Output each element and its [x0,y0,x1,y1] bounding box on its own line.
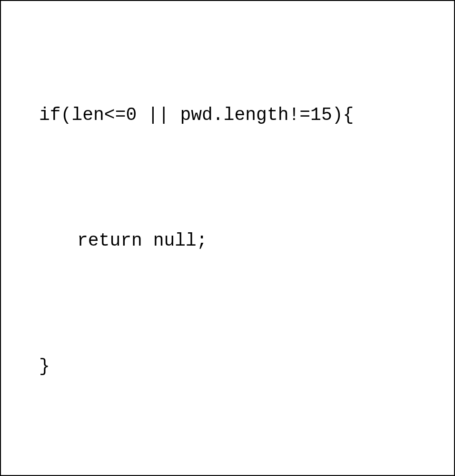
code-block: if(len<=0 || pwd.length!=15){ return nul… [1,10,454,476]
code-page: if(len<=0 || pwd.length!=15){ return nul… [0,0,455,476]
code-line: int p=0; [1,471,454,476]
code-line: return null; [1,220,454,262]
code-line: if(len<=0 || pwd.length!=15){ [1,94,454,136]
code-line: } [1,346,454,387]
